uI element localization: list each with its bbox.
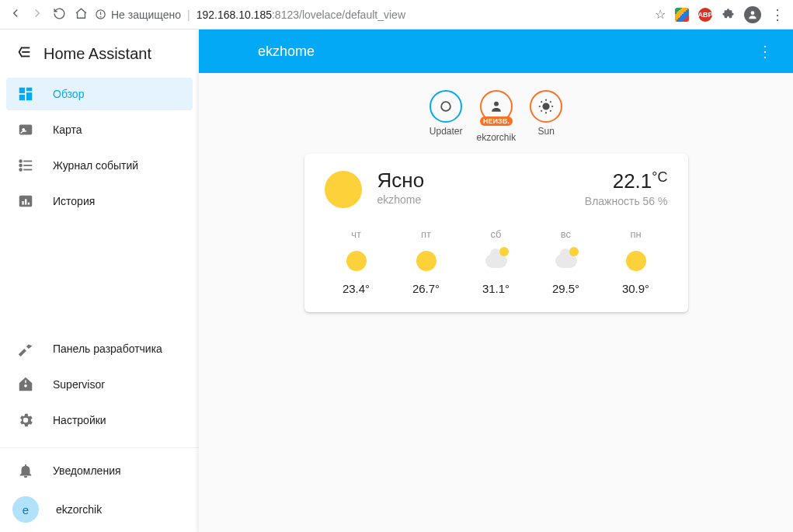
sidebar-header: Home Assistant	[0, 30, 199, 73]
svg-rect-9	[26, 92, 32, 100]
forecast-row: чт 23.4° пт 26.7° сб 31.1°	[325, 228, 668, 295]
sidebar-user[interactable]: e ekzorchik	[0, 487, 199, 532]
svg-point-13	[19, 160, 22, 162]
sidebar-item-devtools[interactable]: Панель разработчика	[6, 332, 193, 365]
extensions-icon[interactable]	[722, 7, 735, 23]
weather-condition-icon	[325, 171, 362, 208]
forecast-temp: 26.7°	[412, 282, 440, 295]
svg-point-17	[19, 169, 22, 171]
svg-rect-22	[28, 203, 30, 205]
sidebar-item-history[interactable]: История	[6, 185, 193, 217]
weather-card[interactable]: Ясно ekzhome 22.1°C Влажность 56 % чт	[304, 154, 688, 312]
main: ekzhome ⋮ Updater НЕИЗВ. ekzorchik	[199, 30, 793, 532]
badge-label: Updater	[430, 126, 463, 137]
hamburger-icon[interactable]	[16, 43, 33, 64]
sidebar-item-label: Настройки	[53, 414, 106, 426]
user-avatar: e	[12, 496, 39, 523]
sidebar-item-supervisor[interactable]: Supervisor	[6, 368, 193, 401]
sidebar-item-notifications[interactable]: Уведомления	[6, 454, 193, 487]
map-icon	[17, 121, 34, 138]
forecast-dow: пт	[421, 228, 431, 240]
sidebar-item-label: Supervisor	[53, 378, 105, 391]
forecast-day: пт 26.7°	[399, 228, 454, 295]
chrome-right-icons: ☆ ABP ⋮	[655, 6, 785, 23]
badge-row: Updater НЕИЗВ. ekzorchik Sun	[430, 90, 562, 143]
forecast-day: вс 29.5°	[539, 228, 593, 295]
badge-tag: НЕИЗВ.	[480, 116, 513, 126]
bell-icon	[17, 462, 34, 479]
forecast-icon-sun	[345, 249, 368, 273]
sidebar-item-label: Панель разработчика	[53, 342, 162, 355]
dashboard-icon	[17, 85, 34, 103]
sidebar-item-overview[interactable]: Обзор	[6, 78, 193, 110]
svg-point-27	[544, 103, 549, 109]
extension-icon-1[interactable]	[675, 8, 689, 22]
browser-chrome: Не защищено | 192.168.10.185:8123/lovela…	[0, 0, 793, 30]
badge-label: ekzorchik	[477, 132, 516, 143]
svg-point-26	[494, 102, 499, 106]
svg-rect-10	[19, 95, 25, 100]
profile-icon[interactable]	[744, 6, 761, 23]
forecast-icon-cloud	[485, 249, 508, 273]
svg-rect-7	[19, 88, 25, 93]
user-name: ekzorchik	[56, 503, 102, 516]
back-icon[interactable]	[8, 6, 23, 23]
content: Updater НЕИЗВ. ekzorchik Sun	[199, 73, 793, 532]
chrome-menu-icon[interactable]: ⋮	[770, 6, 785, 23]
forecast-dow: чт	[351, 228, 361, 240]
forecast-icon-cloud	[555, 249, 578, 273]
svg-point-23	[24, 384, 27, 388]
abp-extension-icon[interactable]: ABP	[698, 8, 712, 22]
forecast-day: чт 23.4°	[329, 228, 384, 295]
svg-rect-20	[22, 201, 23, 205]
svg-line-32	[541, 101, 542, 102]
forecast-day: пн 30.9°	[609, 228, 663, 295]
svg-rect-21	[25, 199, 26, 204]
gear-icon	[17, 412, 34, 429]
svg-rect-8	[26, 88, 32, 92]
sidebar-item-label: Журнал событий	[53, 159, 138, 172]
forecast-temp: 29.5°	[552, 282, 579, 295]
forecast-temp: 30.9°	[622, 282, 649, 295]
address-bar[interactable]: Не защищено | 192.168.10.185:8123/lovela…	[95, 9, 649, 21]
sidebar-item-label: История	[53, 195, 95, 207]
hammer-icon	[17, 340, 34, 357]
badge-updater[interactable]: Updater	[430, 90, 463, 143]
badge-label: Sun	[538, 126, 555, 137]
forward-icon	[30, 6, 45, 23]
bookmark-star-icon[interactable]: ☆	[655, 7, 666, 22]
forecast-temp: 31.1°	[482, 282, 510, 295]
sidebar-divider	[0, 447, 199, 448]
forecast-icon-sun	[415, 249, 438, 273]
insecure-indicator: Не защищено	[95, 9, 181, 21]
app-title: Home Assistant	[43, 45, 151, 63]
badge-sun[interactable]: Sun	[530, 90, 562, 143]
forecast-dow: вс	[561, 228, 571, 240]
weather-humidity: Влажность 56 %	[585, 195, 668, 207]
badge-person[interactable]: НЕИЗВ. ekzorchik	[477, 90, 516, 143]
sidebar-item-label: Уведомления	[53, 464, 121, 477]
url: 192.168.10.185:8123/lovelace/default_vie…	[197, 9, 405, 21]
weather-location: ekzhome	[377, 193, 425, 206]
svg-line-35	[550, 101, 551, 102]
reload-icon[interactable]	[51, 7, 67, 23]
page-title: ekzhome	[258, 43, 315, 60]
weather-condition: Ясно	[377, 169, 425, 192]
forecast-day: сб 31.1°	[469, 228, 523, 295]
sun-icon	[530, 90, 562, 123]
hass-icon	[17, 376, 34, 393]
logbook-icon	[17, 157, 34, 174]
weather-temperature: 22.1°C	[585, 169, 668, 193]
svg-line-33	[550, 110, 551, 111]
sidebar-item-settings[interactable]: Настройки	[6, 404, 193, 436]
updater-icon	[430, 90, 462, 123]
sidebar-item-logbook[interactable]: Журнал событий	[6, 149, 193, 182]
topbar-menu-icon[interactable]: ⋮	[753, 37, 777, 65]
forecast-dow: сб	[491, 228, 502, 240]
home-icon[interactable]	[73, 7, 89, 23]
forecast-temp: 23.4°	[343, 282, 370, 295]
sidebar-item-map[interactable]: Карта	[6, 113, 193, 146]
sidebar-item-label: Карта	[53, 123, 82, 136]
topbar: ekzhome ⋮	[199, 30, 793, 73]
svg-point-2	[100, 16, 101, 17]
